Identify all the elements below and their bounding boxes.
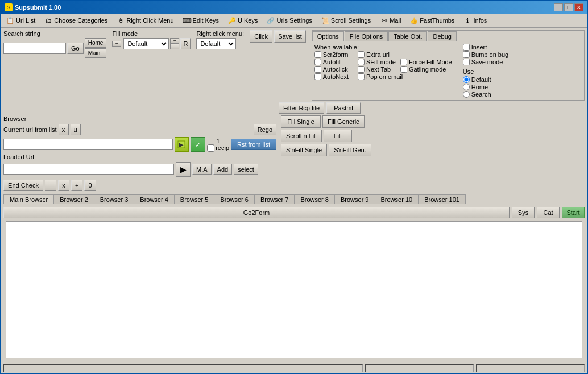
browser-tab-7[interactable]: Browser 7 (255, 194, 295, 204)
add-button[interactable]: Add (213, 164, 233, 175)
browser-tab-main[interactable]: Main Browser (3, 194, 54, 204)
browser-tab-5[interactable]: Browser 5 (175, 194, 215, 204)
sfill-mode-checkbox[interactable] (358, 59, 365, 65)
r-button[interactable]: R (180, 38, 191, 49)
scr2form-row: Scr2form (314, 51, 349, 58)
extra-url-checkbox[interactable] (358, 51, 365, 58)
counter-x-button[interactable]: x (58, 180, 69, 191)
m-a-button[interactable]: M.A (192, 164, 212, 175)
loaded-url-input[interactable] (3, 164, 174, 175)
tab-debug[interactable]: Debug (428, 31, 456, 41)
bump-on-bug-checkbox[interactable] (463, 51, 470, 58)
sn-fill-single-button[interactable]: S'nFill Single (281, 144, 327, 156)
menu-edit-keys[interactable]: ⌨ Edit Keys (179, 15, 223, 26)
start-button[interactable]: Start (562, 207, 585, 218)
pop-on-email-label: Pop on email (366, 73, 403, 80)
pop-on-email-row: Pop on email (358, 73, 452, 80)
click-button[interactable]: Click (250, 30, 272, 43)
browser-row: Browser Current url from list x u Rego (3, 115, 585, 191)
yellow-button[interactable]: ▶ (175, 137, 189, 152)
fill-mode-plus-button[interactable]: + (112, 41, 121, 47)
browser-tab-3[interactable]: Browser 3 (94, 194, 135, 204)
autofill-checkbox[interactable] (314, 59, 321, 65)
force-fill-checkbox[interactable] (400, 59, 407, 65)
x-button[interactable]: x (59, 124, 69, 135)
pop-on-email-checkbox[interactable] (358, 73, 365, 80)
maximize-button[interactable]: □ (564, 3, 573, 11)
tab-table-opt[interactable]: Table Opt. (388, 31, 427, 41)
fill-mode-increment[interactable]: + (170, 38, 179, 44)
browser-tab-2[interactable]: Browser 2 (54, 194, 94, 204)
close-button[interactable]: ✕ (574, 3, 583, 11)
counter-plus-button[interactable]: + (71, 180, 82, 191)
autonext-checkbox[interactable] (314, 73, 321, 80)
green-button[interactable]: ✓ (191, 137, 205, 152)
recip-checkbox[interactable] (207, 144, 214, 152)
menu-choose-categories[interactable]: 🗂 Choose Categories (40, 15, 111, 26)
rst-from-list-button[interactable]: Rst from list (231, 139, 276, 150)
radio-default-label: Default (471, 76, 491, 83)
sn-fill-gen-button[interactable]: S'nFill Gen. (329, 144, 371, 156)
autoclick-checkbox[interactable] (314, 66, 321, 73)
fill-mode-decrement[interactable]: - (170, 44, 179, 49)
browser-tab-10[interactable]: Browser 10 (375, 194, 419, 204)
browser-tab-4[interactable]: Browser 4 (134, 194, 175, 204)
minimize-button[interactable]: _ (554, 3, 563, 11)
browser-tab-9[interactable]: Browser 9 (335, 194, 375, 204)
autofill-row: Autofill (314, 59, 349, 65)
rego-button[interactable]: Rego (254, 124, 276, 135)
arrow-button[interactable]: ▶ (176, 162, 191, 177)
home-button[interactable]: Home (85, 38, 107, 48)
scroll-n-fill-button[interactable]: Scroll n Fill (281, 130, 322, 142)
browser-tab-8[interactable]: Browser 8 (295, 194, 335, 204)
fill-row-3: S'nFill Single S'nFill Gen. (281, 144, 371, 156)
menu-right-click[interactable]: 🖱 Right Click Menu (113, 15, 177, 26)
counter-value-button[interactable]: 0 (84, 180, 96, 191)
radio-search[interactable] (463, 91, 470, 98)
tab-options[interactable]: Options (312, 31, 344, 41)
right-click-section: Right click menu: Default (196, 30, 244, 49)
fill-generic-button[interactable]: Fill Generic (322, 115, 365, 128)
tab-file-options[interactable]: File Options (345, 31, 388, 41)
menu-urls-settings-label: Urls Settings (276, 17, 312, 24)
go-button[interactable]: Go (67, 43, 84, 54)
menu-url-list-label: Url List (16, 17, 35, 24)
menu-urls-settings[interactable]: 🔗 Urls Settings (263, 15, 316, 26)
radio-default[interactable] (463, 76, 470, 83)
fill-single-button[interactable]: Fill Single (281, 115, 321, 128)
filter-rcp-file-button[interactable]: Filter Rcp file (279, 102, 324, 114)
cat-button[interactable]: Cat (537, 207, 560, 218)
scr2form-checkbox[interactable] (314, 51, 321, 58)
current-url-input[interactable] (3, 139, 173, 150)
title-bar-left: S Supsubmit 1.00 (5, 3, 61, 11)
menu-infos[interactable]: ℹ Infos (459, 15, 491, 26)
filter-pastml-row: Filter Rcp file Pastml (3, 102, 585, 114)
browser-tab-6[interactable]: Browser 6 (214, 194, 255, 204)
pastml-button[interactable]: Pastml (326, 102, 361, 114)
save-mode-checkbox[interactable] (463, 59, 470, 65)
right-click-select[interactable]: Default (196, 38, 236, 49)
search-input[interactable] (3, 43, 66, 54)
save-list-button[interactable]: Save list (274, 30, 306, 43)
sfill-next-row: SFill mode Next Tab (358, 59, 452, 73)
menu-scroll-settings[interactable]: 📜 Scroll Settings (317, 15, 375, 26)
gatling-checkbox[interactable] (400, 66, 407, 73)
menu-u-keys[interactable]: 🔑 U Keys (224, 15, 262, 26)
radio-home[interactable] (463, 84, 470, 90)
counter-minus-button[interactable]: - (45, 180, 56, 191)
checkboxes-right: Extra url SFill mode (358, 51, 452, 80)
insert-checkbox[interactable] (463, 44, 470, 51)
fill-mode-select[interactable]: Default (123, 38, 169, 49)
select-button[interactable]: select (234, 164, 258, 175)
menu-fast-thumbs[interactable]: 👍 FastThumbs (406, 15, 458, 26)
main-button[interactable]: Main (85, 48, 107, 58)
sys-button[interactable]: Sys (512, 207, 535, 218)
go2form-button[interactable]: Go2Form (3, 207, 510, 218)
fill-button[interactable]: Fill (324, 130, 352, 142)
menu-url-list[interactable]: 📋 Url List (2, 15, 39, 26)
menu-mail[interactable]: ✉ Mail (376, 15, 405, 26)
end-check-button[interactable]: End Check (3, 180, 43, 191)
u-button[interactable]: u (71, 124, 81, 135)
browser-tab-101[interactable]: Browser 101 (419, 194, 466, 204)
next-tab-checkbox[interactable] (358, 66, 365, 73)
